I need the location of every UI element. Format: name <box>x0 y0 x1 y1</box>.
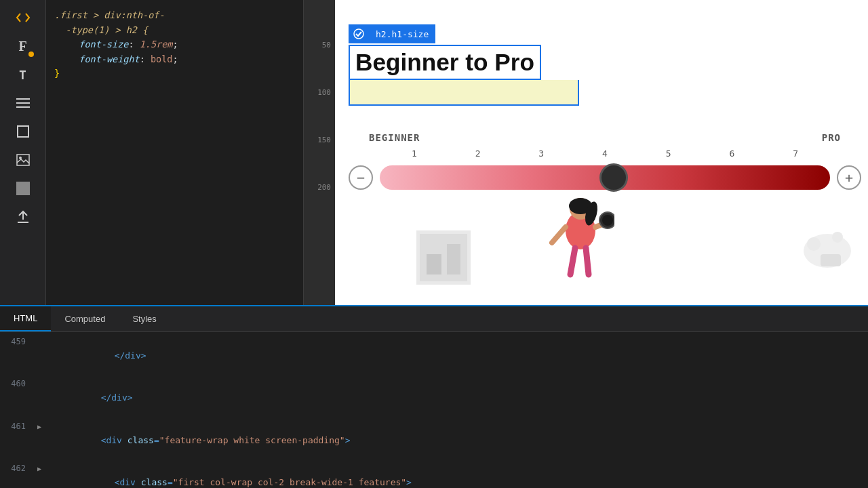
svg-rect-0 <box>16 98 30 100</box>
slider-minus-button[interactable]: − <box>349 165 373 190</box>
ruler: 50 100 150 200 <box>304 0 335 305</box>
text-icon[interactable]: T <box>11 62 35 87</box>
svg-rect-3 <box>18 126 28 137</box>
svg-point-21 <box>832 232 843 243</box>
svg-rect-24 <box>427 254 441 274</box>
upload-icon[interactable] <box>11 205 35 229</box>
slider-num-1: 1 <box>408 148 421 159</box>
line-num-461: 461 <box>0 420 34 433</box>
line-num-462: 462 <box>0 462 34 475</box>
svg-line-15 <box>570 248 575 274</box>
devtools-panel: HTML Computed Styles 459 </div> 460 </di… <box>0 305 868 488</box>
css-font-size-prop: font-size <box>68 37 128 52</box>
heading-selection-box: Beginner to Pro <box>349 45 541 80</box>
svg-point-18 <box>602 215 613 226</box>
color-swatch-icon[interactable] <box>11 176 35 201</box>
line-num-460: 460 <box>0 378 34 390</box>
ruler-150: 150 <box>317 136 331 144</box>
ruler-100: 100 <box>317 88 331 97</box>
slider-plus-button[interactable]: + <box>837 165 861 190</box>
label-pro: PRO <box>822 132 841 143</box>
code-line-461: 461 ▶ <div class="feature-wrap white scr… <box>0 420 868 462</box>
preview-content: h2.h1-size Beginner to Pro BEGINNER PRO … <box>335 0 868 305</box>
code-icon[interactable] <box>11 5 35 30</box>
line-content-459: </div> <box>45 335 868 377</box>
figure-box-left <box>416 230 471 285</box>
label-beginner: BEGINNER <box>369 132 420 143</box>
line-arrow-462: ▶ <box>34 464 45 474</box>
code-area: 459 </div> 460 </div> 461 ▶ <div class="… <box>0 332 868 488</box>
svg-rect-4 <box>17 155 29 165</box>
slider-row: − + <box>349 165 861 190</box>
badge-label-text: h2.h1-size <box>369 24 435 43</box>
list-icon[interactable] <box>11 91 35 115</box>
svg-rect-1 <box>16 102 30 104</box>
line-content-461: <div class="feature-wrap white screen-pa… <box>45 420 868 462</box>
svg-line-16 <box>586 248 589 274</box>
svg-point-20 <box>807 237 821 251</box>
slider-section: BEGINNER PRO 1 2 3 4 5 6 7 − <box>349 132 861 190</box>
svg-rect-6 <box>16 182 30 195</box>
right-figure <box>800 224 854 281</box>
svg-line-13 <box>552 227 566 243</box>
heading-container: Beginner to Pro <box>349 45 854 106</box>
line-content-460: </div> <box>45 377 868 419</box>
heading-text: Beginner to Pro <box>355 49 534 75</box>
font-icon[interactable]: F <box>11 34 35 58</box>
css-selector-cont: -type(1) > h2 { <box>54 23 148 38</box>
css-font-weight-val: bold <box>145 52 173 67</box>
slider-num-7: 7 <box>789 148 802 159</box>
slider-track[interactable] <box>380 165 830 190</box>
element-badge: h2.h1-size <box>349 24 435 43</box>
slider-num-5: 5 <box>662 148 675 159</box>
css-font-weight-prop: font-weight <box>68 52 140 67</box>
slider-num-3: 3 <box>534 148 548 159</box>
slider-num-4: 4 <box>598 148 612 159</box>
css-selector: .first > div:nth-of- <box>54 8 165 23</box>
svg-rect-25 <box>447 244 460 274</box>
line-content-462: <div class="first col-wrap col-2 break-w… <box>45 462 868 488</box>
svg-rect-22 <box>821 254 841 266</box>
woman-figure <box>547 197 614 294</box>
yellow-block <box>349 80 579 106</box>
code-line-459: 459 </div> <box>0 335 868 377</box>
slider-thumb[interactable] <box>599 163 628 192</box>
svg-rect-2 <box>16 106 30 108</box>
ruler-200: 200 <box>317 183 331 192</box>
slider-num-6: 6 <box>725 148 738 159</box>
preview-panel: 50 100 150 200 h2.h1-size Beginner to <box>304 0 868 305</box>
image-icon[interactable] <box>11 148 35 172</box>
slider-num-2: 2 <box>471 148 485 159</box>
badge-checkmark-icon <box>349 24 369 43</box>
tab-html[interactable]: HTML <box>0 306 51 331</box>
square-icon[interactable] <box>11 119 35 144</box>
line-arrow-461: ▶ <box>34 422 45 432</box>
code-line-462: 462 ▶ <div class="first col-wrap col-2 b… <box>0 462 868 488</box>
tab-styles[interactable]: Styles <box>119 306 170 331</box>
number-row: 1 2 3 4 5 6 7 <box>349 148 861 159</box>
svg-point-8 <box>354 29 363 39</box>
line-num-459: 459 <box>0 336 34 348</box>
code-line-460: 460 </div> <box>0 377 868 419</box>
sidebar: F T <box>0 0 46 305</box>
css-close-brace: } <box>54 66 60 81</box>
devtools-tabs: HTML Computed Styles <box>0 306 868 332</box>
css-font-size-val: 1.5rem <box>134 37 173 52</box>
tab-computed[interactable]: Computed <box>51 306 119 331</box>
ruler-50: 50 <box>322 41 331 49</box>
css-panel: .first > div:nth-of- -type(1) > h2 { fon… <box>46 0 304 305</box>
slider-labels: BEGINNER PRO <box>349 132 861 143</box>
